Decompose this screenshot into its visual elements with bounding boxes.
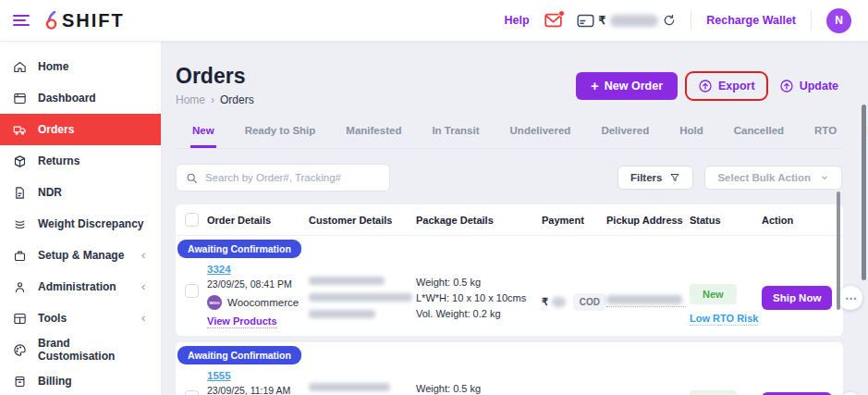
ellipsis-icon: ⋯ xyxy=(845,291,857,305)
export-button[interactable]: Export xyxy=(694,75,759,97)
status-badge: Awaiting Confirmation xyxy=(177,240,301,258)
payment-cell: ₹ COD xyxy=(542,370,606,395)
ship-now-button[interactable]: Ship Now xyxy=(762,286,832,310)
order-status-tabs: New Ready to Ship Manifested In Transit … xyxy=(176,117,842,149)
row-checkbox[interactable] xyxy=(185,390,199,395)
redacted-customer-phone xyxy=(309,310,375,318)
truck-icon xyxy=(13,123,27,137)
briefcase-icon xyxy=(13,249,27,263)
table-header: Order Details Customer Details Package D… xyxy=(176,204,843,236)
pickup-address-cell xyxy=(606,370,690,395)
col-pickup-address: Pickup Address xyxy=(606,215,690,226)
sidebar-item-brand-customisation[interactable]: Brand Customisation xyxy=(0,334,161,365)
customer-details-cell xyxy=(309,264,416,327)
breadcrumb-current: Orders xyxy=(220,93,254,106)
topbar: SHIFT Help ₹ Recharge Wallet N xyxy=(0,0,868,42)
app-logo[interactable]: SHIFT xyxy=(43,9,125,31)
package-details-cell: Weight: 0.5 kg L*W*H: 10 x 10 x 10cms Vo… xyxy=(416,264,542,322)
payment-cell: ₹ COD xyxy=(542,264,606,311)
main-content: Orders Home › Orders + New Order Export xyxy=(162,42,868,395)
tools-grid-icon xyxy=(13,312,27,326)
row-checkbox[interactable] xyxy=(185,284,199,298)
order-datetime: 23/09/25, 08:41 PM xyxy=(207,278,309,290)
orders-table: Order Details Customer Details Package D… xyxy=(176,204,843,395)
order-id-link[interactable]: 1555 xyxy=(207,370,231,381)
wallet-amount-redacted xyxy=(610,15,658,27)
notification-dot xyxy=(558,10,565,17)
tab-in-transit[interactable]: In Transit xyxy=(430,117,481,148)
table-row: Awaiting Confirmation 1555 23/09/25, 11:… xyxy=(176,342,843,395)
woocommerce-icon: woo xyxy=(207,295,222,310)
channel-name: Woocommerce xyxy=(227,297,299,308)
tab-new[interactable]: New xyxy=(190,117,216,148)
help-link[interactable]: Help xyxy=(504,14,529,27)
user-avatar[interactable]: N xyxy=(826,8,851,33)
breadcrumb-home[interactable]: Home xyxy=(176,93,205,106)
divider xyxy=(691,10,691,31)
sidebar-item-orders[interactable]: Orders xyxy=(0,114,161,145)
rto-risk-link[interactable]: Low RTO Risk xyxy=(690,313,758,326)
package-dimensions: L*W*H: 10 x 10 x 10cms xyxy=(416,290,542,306)
sidebar-item-returns[interactable]: Returns xyxy=(0,145,161,177)
new-order-button[interactable]: + New Order xyxy=(576,72,678,100)
sidebar-item-administration[interactable]: Administration xyxy=(0,271,161,302)
tab-manifested[interactable]: Manifested xyxy=(344,117,403,148)
sidebar-item-setup-manage[interactable]: Setup & Manage xyxy=(0,240,161,271)
chevron-left-icon xyxy=(140,283,148,291)
redacted-customer-email xyxy=(309,293,412,302)
pickup-address-cell xyxy=(606,264,690,307)
recharge-wallet-button[interactable]: Recharge Wallet xyxy=(706,14,796,27)
update-button[interactable]: Update xyxy=(776,75,842,97)
sidebar-item-tools[interactable]: Tools xyxy=(0,302,161,334)
sidebar-item-billing[interactable]: Billing xyxy=(0,365,161,395)
wallet-balance: ₹ xyxy=(577,14,677,28)
redacted-payment-amount xyxy=(552,297,566,307)
bulk-action-select[interactable]: Select Bulk Action xyxy=(704,166,842,190)
page-title: Orders xyxy=(176,64,254,89)
search-icon xyxy=(186,172,198,184)
package-weight: Weight: 0.5 kg xyxy=(416,275,542,290)
order-details-cell: 3324 23/09/25, 08:41 PM woo Woocommerce … xyxy=(207,264,309,328)
redacted-pickup-address xyxy=(606,295,682,304)
sidebar-item-weight-discrepancy[interactable]: Weight Discrepancy xyxy=(0,208,161,240)
funnel-icon xyxy=(669,172,680,183)
order-id-link[interactable]: 3324 xyxy=(207,264,231,275)
package-details-cell: Weight: 0.5 kg L*W*H: 10 x 10 x 10cms Vo… xyxy=(416,370,542,395)
sidebar-item-ndr[interactable]: NDR xyxy=(0,177,161,208)
dashboard-icon xyxy=(13,92,27,105)
tab-cancelled[interactable]: Cancelled xyxy=(732,117,786,148)
select-all-checkbox[interactable] xyxy=(185,213,199,227)
export-annotation-highlight: Export xyxy=(685,71,768,101)
box-icon xyxy=(13,154,27,168)
tab-undelivered[interactable]: Undelivered xyxy=(508,117,573,148)
view-products-link[interactable]: View Products xyxy=(207,315,277,328)
mail-notification-button[interactable] xyxy=(544,13,562,28)
search-input[interactable] xyxy=(205,172,380,183)
status-badge: Awaiting Confirmation xyxy=(177,346,301,364)
sidebar-item-home[interactable]: Home xyxy=(0,51,161,82)
palette-icon xyxy=(13,343,27,357)
logo-glyph-icon xyxy=(43,9,60,31)
payment-currency: ₹ xyxy=(542,296,548,308)
hamburger-menu-icon[interactable] xyxy=(13,12,30,29)
refresh-icon[interactable] xyxy=(663,14,676,27)
table-scrollbar[interactable] xyxy=(837,191,840,310)
divider xyxy=(811,10,812,31)
chevron-left-icon xyxy=(140,315,148,323)
action-cell: Ship Now ⋯ xyxy=(762,264,862,310)
home-icon xyxy=(13,60,27,74)
filters-button[interactable]: Filters xyxy=(617,166,694,190)
billing-icon xyxy=(13,375,27,389)
tab-ready-to-ship[interactable]: Ready to Ship xyxy=(243,117,318,148)
page-scrollbar[interactable] xyxy=(862,105,866,280)
tab-delivered[interactable]: Delivered xyxy=(599,117,651,148)
search-box[interactable] xyxy=(176,164,390,191)
sidebar-item-dashboard[interactable]: Dashboard xyxy=(0,82,161,114)
tab-hold[interactable]: Hold xyxy=(678,117,705,148)
action-cell: Ship Now ⋯ xyxy=(762,370,862,395)
more-actions-button[interactable]: ⋯ xyxy=(838,286,862,310)
logo-text: SHIFT xyxy=(62,10,125,31)
order-details-cell: 1555 23/09/25, 11:19 AM S Shopify View P… xyxy=(207,370,309,395)
breadcrumb: Home › Orders xyxy=(176,93,254,106)
tab-rto[interactable]: RTO xyxy=(813,117,838,148)
